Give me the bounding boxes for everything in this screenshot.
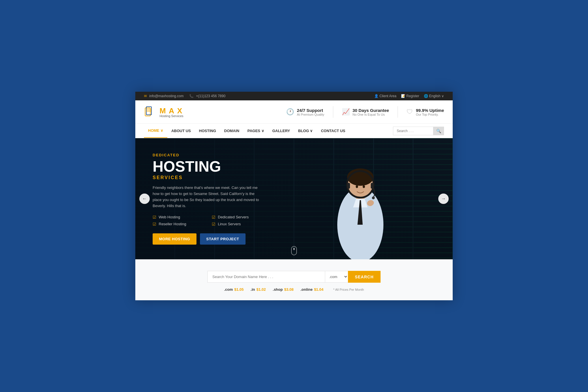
svg-point-15	[356, 185, 358, 188]
domain-tld-select[interactable]: .com .net .org .in .shop .online	[325, 271, 348, 283]
feature-support-sub: At Premium Quality	[297, 113, 324, 116]
domain-section: .com .net .org .in .shop .online SEARCH …	[135, 259, 453, 300]
feature-support-text: 24/7 Support At Premium Quality	[297, 108, 324, 116]
nav-item-home[interactable]: HOME ∨	[144, 124, 167, 138]
hero-feature-dedicated: ☑ Dedicated Servers	[212, 215, 262, 220]
hero-feature-dedicated-label: Dedicated Servers	[218, 215, 249, 219]
language-selector[interactable]: 🌐 English ∨	[424, 94, 444, 98]
hero-subtitle: SERVICES	[153, 175, 262, 180]
domain-price-com-val: $1.05	[234, 287, 244, 292]
domain-price-online-val: $1.04	[314, 287, 323, 292]
scroll-indicator	[291, 246, 297, 255]
feature-divider-2	[398, 106, 398, 118]
register-link[interactable]: 📝 Register	[401, 94, 419, 98]
chart-icon: 📈	[342, 108, 350, 116]
feature-guarantee-sub: No One Is Equal To Us	[353, 113, 389, 116]
hero-feature-linux-label: Linux Servers	[218, 222, 241, 226]
domain-price-shop: .shop $3.08	[273, 287, 293, 292]
logo-sub-text: Hosting Services	[160, 114, 183, 118]
globe-icon: 🌐	[424, 94, 428, 98]
hero-person	[314, 150, 407, 259]
nav-bar: HOME ∨ ABOUT US HOSTING DOMAIN PAGES ∨ G…	[135, 124, 453, 138]
shield-icon: 🛡	[407, 108, 413, 116]
nav-item-hosting[interactable]: HOSTING	[195, 124, 220, 138]
email-item: ✉ info@maxhosting.com	[144, 94, 183, 98]
hero-description: Friendly neighbors there that's where we…	[153, 185, 262, 209]
hero-feature-web: ☑ Web Hosting	[153, 215, 203, 220]
svg-rect-12	[347, 183, 350, 189]
domain-price-online: .online $1.04	[301, 287, 323, 292]
domain-price-note: * All Prices Per Month	[333, 288, 364, 291]
start-project-button[interactable]: START PROJECT	[200, 233, 246, 245]
hero-pre-title: DEDICATED	[153, 153, 262, 157]
nav-links: HOME ∨ ABOUT US HOSTING DOMAIN PAGES ∨ G…	[144, 124, 393, 138]
domain-ext-in: .in	[251, 287, 255, 292]
hero-next-button[interactable]: →	[438, 194, 449, 204]
svg-point-14	[372, 196, 375, 199]
phone-text: +(11)123 456 7890	[196, 94, 226, 98]
domain-prices: .com $1.05 .in $1.02 .shop $3.08 .online…	[144, 287, 444, 292]
search-button[interactable]: 🔍	[433, 127, 444, 135]
client-area-link[interactable]: 👤 Client Area	[374, 94, 396, 98]
domain-ext-online: .online	[301, 287, 313, 292]
hero-feature-web-label: Web Hosting	[159, 215, 180, 219]
hero-feature-linux: ☑ Linux Servers	[212, 222, 262, 226]
header-features: 🕐 24/7 Support At Premium Quality 📈 30 D…	[286, 106, 444, 118]
nav-item-domain[interactable]: DOMAIN	[220, 124, 244, 138]
email-text: info@maxhosting.com	[149, 94, 183, 98]
feature-uptime-sub: Our Top Priority.	[416, 113, 444, 116]
hero-features-list: ☑ Web Hosting ☑ Dedicated Servers ☑ Rese…	[153, 215, 262, 226]
hero-buttons: MORE HOSTING START PROJECT	[153, 233, 262, 245]
nav-item-about[interactable]: ABOUT US	[167, 124, 195, 138]
hero-feature-reseller-label: Reseller Hosting	[159, 222, 186, 226]
logo-icon	[144, 106, 157, 118]
email-icon: ✉	[144, 94, 147, 98]
clock-icon: 🕐	[286, 108, 294, 116]
nav-search: 🔍	[393, 127, 444, 135]
svg-point-16	[363, 185, 365, 188]
nav-item-gallery[interactable]: GALLERY	[268, 124, 294, 138]
feature-guarantee-main: 30 Days Gurantee	[353, 108, 389, 113]
nav-item-contact[interactable]: CONTACT US	[317, 124, 349, 138]
hero-content: DEDICATED HOSTING SERVICES Friendly neig…	[135, 153, 280, 244]
header: M A X Hosting Services 🕐 24/7 Support At…	[135, 100, 453, 124]
domain-ext-shop: .shop	[273, 287, 283, 292]
check-icon-4: ☑	[212, 222, 216, 226]
feature-uptime-main: 99.9% Uptime	[416, 108, 444, 113]
feature-uptime: 🛡 99.9% Uptime Our Top Priority.	[407, 108, 444, 116]
domain-ext-com: .com	[224, 287, 233, 292]
check-icon-3: ☑	[153, 222, 156, 226]
hero-feature-reseller: ☑ Reseller Hosting	[153, 222, 203, 226]
top-bar: ✉ info@maxhosting.com 📞 +(11)123 456 789…	[135, 92, 453, 100]
domain-price-shop-val: $3.08	[284, 287, 294, 292]
page-wrapper: ✉ info@maxhosting.com 📞 +(11)123 456 789…	[135, 92, 453, 300]
feature-guarantee: 📈 30 Days Gurantee No One Is Equal To Us	[342, 108, 389, 116]
top-bar-right: 👤 Client Area 📝 Register 🌐 English ∨	[374, 94, 444, 98]
logo-brand: M A X Hosting Services	[160, 106, 183, 118]
register-icon: 📝	[401, 94, 405, 98]
domain-search-button[interactable]: SEARCH	[348, 271, 381, 283]
feature-support-main: 24/7 Support	[297, 108, 324, 113]
phone-icon: 📞	[189, 94, 194, 98]
feature-divider-1	[333, 106, 333, 118]
check-icon-1: ☑	[153, 215, 156, 220]
domain-price-in: .in $1.02	[251, 287, 266, 292]
user-icon: 👤	[374, 94, 379, 98]
nav-item-blog[interactable]: BLOG ∨	[294, 124, 317, 138]
more-hosting-button[interactable]: MORE HOSTING	[153, 233, 196, 245]
domain-search-input[interactable]	[207, 271, 325, 283]
phone-item: 📞 +(11)123 456 7890	[189, 94, 225, 98]
logo-area: M A X Hosting Services	[144, 106, 183, 118]
search-input[interactable]	[393, 127, 433, 135]
hero-title: HOSTING	[153, 159, 262, 174]
feature-guarantee-text: 30 Days Gurantee No One Is Equal To Us	[353, 108, 389, 116]
top-bar-left: ✉ info@maxhosting.com 📞 +(11)123 456 789…	[144, 94, 225, 98]
person-svg	[323, 155, 398, 259]
domain-price-com: .com $1.05	[224, 287, 244, 292]
feature-support: 🕐 24/7 Support At Premium Quality	[286, 108, 324, 116]
domain-search-bar: .com .net .org .in .shop .online SEARCH	[207, 271, 381, 283]
nav-item-pages[interactable]: PAGES ∨	[243, 124, 268, 138]
hero-section: ← DEDICATED HOSTING SERVICES Friendly ne…	[135, 138, 453, 259]
hero-prev-button[interactable]: ←	[139, 194, 150, 204]
feature-uptime-text: 99.9% Uptime Our Top Priority.	[416, 108, 444, 116]
